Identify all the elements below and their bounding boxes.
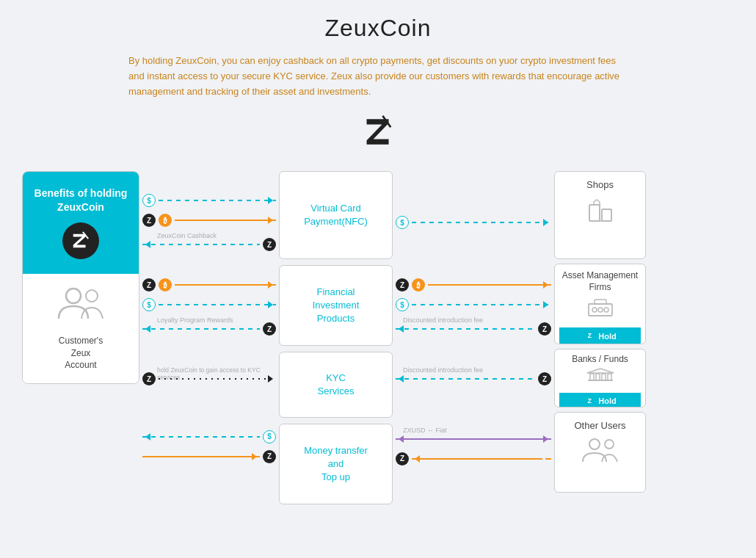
z-solid-right-money: Z [142, 449, 276, 465]
other-label: Other Users [574, 420, 625, 432]
page-title: ZeuxCoin [22, 15, 734, 42]
svg-point-1 [86, 290, 98, 302]
discounted-fee-arrow-1: Z [396, 321, 551, 337]
right-box-other: Other Users [554, 412, 646, 493]
customer-text: Customer's Zeux Account [30, 335, 131, 372]
svg-point-8 [604, 308, 608, 312]
solid-left-money-r [412, 458, 542, 460]
btc-icon-1: ₿ [159, 214, 172, 227]
svg-rect-15 [602, 374, 606, 380]
svg-rect-3 [602, 209, 611, 221]
svg-rect-13 [590, 374, 594, 380]
svg-point-6 [592, 308, 597, 312]
svg-point-18 [589, 439, 600, 449]
dashed-right-1 [159, 200, 276, 201]
dashed-left-discount1 [396, 328, 535, 330]
btc-icon-2: ₿ [159, 278, 172, 291]
z-icon-discount1: Z [538, 322, 551, 336]
loyalty-arrow: Z [142, 321, 276, 337]
svg-line-11 [587, 369, 600, 373]
dollar-icon-r2b: $ [396, 298, 409, 311]
shops-icon [582, 198, 619, 231]
z-icon-2: Z [142, 278, 156, 291]
dashed-right-r2b [412, 304, 551, 305]
dashed-left-loyalty [142, 328, 260, 330]
z-icon-kyc: Z [142, 372, 156, 385]
z-logo-circle [62, 222, 99, 259]
page: ZeuxCoin By holding ZeuxCoin, you can en… [0, 0, 756, 519]
z-icon-loyalty: Z [263, 322, 276, 336]
discounted-fee-arrow-2: Z [396, 371, 551, 387]
solid-right-2 [175, 284, 276, 286]
solid-right-money [142, 456, 260, 457]
dashed-left-discount2 [396, 378, 535, 380]
svg-line-12 [600, 369, 614, 373]
benefits-panel: Benefits of holding ZeuxCoin [22, 171, 139, 384]
z-icon-money: Z [263, 450, 276, 463]
z-icon-cashback: Z [263, 238, 276, 251]
z-hold-icon-banks: Z [584, 396, 595, 407]
dollar-icon-r1: $ [396, 216, 409, 229]
service-virtual-card: Virtual Card Payment(NFC) [279, 171, 393, 259]
left-panel-top: Benefits of holding ZeuxCoin [23, 172, 139, 273]
banks-hold-btn[interactable]: Z Hold [559, 393, 641, 408]
asset-hold-label: Hold [598, 331, 616, 341]
asset-icon [584, 297, 617, 321]
right-box-banks: Banks / Funds Z Hold [554, 349, 646, 407]
cashback-arrow: Z [142, 236, 276, 253]
services-col: Virtual Card Payment(NFC) Financial Inve… [279, 171, 393, 504]
service-kyc: KYC Services [279, 352, 393, 418]
dollar-dashed-left-money: $ [142, 429, 276, 445]
dotdash-right-kyc [159, 378, 276, 380]
banks-label: Banks / Funds [572, 354, 628, 366]
service-money: Money transfer and Top up [279, 424, 393, 504]
svg-rect-2 [589, 205, 600, 221]
zxusd-arrow [396, 431, 551, 447]
dashed-right-r1 [412, 222, 551, 223]
dollar-dashed-right-r2b: $ [396, 297, 551, 313]
shops-label: Shops [586, 179, 614, 192]
arrows-col-2: $ Z ₿ $ Discounted intro [393, 171, 554, 504]
svg-point-0 [66, 289, 81, 303]
asset-label: Asset Management Firms [559, 270, 641, 293]
dollar-dashed-right-r1: $ [396, 214, 551, 231]
z-icon-discount2: Z [538, 372, 551, 385]
svg-point-19 [605, 440, 614, 449]
dashed-left-cashback [142, 244, 260, 245]
dollar-icon-2: $ [142, 298, 156, 311]
svg-point-7 [598, 308, 603, 312]
left-panel-bottom: Customer's Zeux Account [23, 274, 139, 383]
dashed-left-money [142, 436, 260, 438]
svg-rect-14 [596, 374, 600, 380]
diagram: Benefits of holding ZeuxCoin [22, 171, 734, 504]
dollar-icon-1: $ [142, 194, 156, 207]
z-icon-r2: Z [396, 278, 409, 291]
service-financial: Financial Investment Products [279, 265, 393, 346]
other-users-icon [580, 437, 620, 467]
customer-icon [30, 286, 131, 329]
description: By holding ZeuxCoin, you can enjoy cashb… [128, 54, 628, 99]
right-box-asset: Asset Management Firms Z Hold [554, 264, 646, 344]
bank-icon [584, 367, 617, 387]
z-icon-1: Z [142, 214, 156, 227]
svg-rect-16 [608, 374, 611, 380]
kyc-arrow: Z [142, 371, 276, 387]
right-panel: Shops Asset Management Firms [554, 171, 646, 504]
left-panel: Benefits of holding ZeuxCoin [22, 171, 139, 504]
dollar-dashed-right-1: $ [142, 192, 276, 209]
banks-hold-label: Hold [598, 396, 616, 406]
btc-icon-r2: ₿ [412, 278, 425, 291]
z-btc-solid-right-2: Z ₿ [142, 277, 276, 293]
z-icon-money-r: Z [396, 452, 409, 465]
dollar-dashed-right-2: $ [142, 297, 276, 313]
zeux-logo [22, 114, 734, 153]
asset-hold-btn[interactable]: Z Hold [559, 327, 641, 344]
solid-right-1 [175, 220, 276, 221]
z-btc-solid-right-r2: Z ₿ [396, 277, 551, 293]
dashed-right-2 [159, 304, 276, 305]
arrows-col-1: $ Z ₿ ZeuxCoin Cashback Z [139, 171, 279, 504]
z-hold-icon-asset: Z [584, 330, 595, 342]
right-box-shops: Shops [554, 171, 646, 259]
solid-right-r2 [428, 284, 551, 286]
z-solid-left-money-r: Z [396, 451, 551, 467]
